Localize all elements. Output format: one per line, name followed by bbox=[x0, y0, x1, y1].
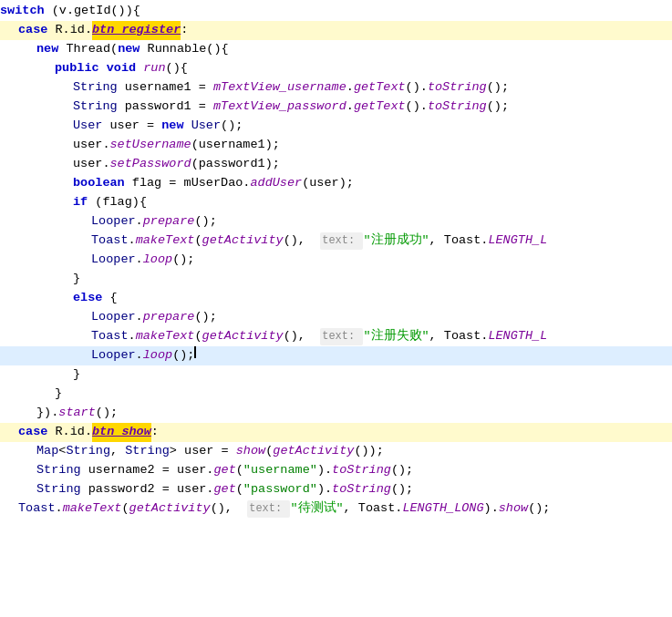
token-normal: ). bbox=[317, 461, 332, 480]
token-normal: (); bbox=[221, 117, 243, 136]
token-type: String bbox=[66, 442, 110, 461]
token-method: loop bbox=[143, 346, 172, 365]
token-normal: . bbox=[346, 78, 354, 98]
token-method: mTextView_username bbox=[213, 78, 346, 98]
token-normal: R.id. bbox=[47, 21, 92, 40]
token-kw: if bbox=[73, 193, 88, 212]
token-normal: . bbox=[136, 212, 143, 231]
code-line-8: user.setUsername(username1); bbox=[0, 136, 672, 155]
token-normal: (); bbox=[487, 98, 509, 117]
token-normal: R.id. bbox=[47, 423, 92, 442]
token-normal: (); bbox=[528, 499, 550, 519]
token-normal: (). bbox=[406, 98, 428, 117]
token-normal: } bbox=[73, 270, 80, 289]
token-normal: (); bbox=[391, 480, 413, 499]
token-string-cn: "待测试" bbox=[290, 499, 343, 519]
token-method: prepare bbox=[143, 308, 195, 327]
token-normal: ( bbox=[236, 480, 243, 499]
token-kw: else bbox=[73, 289, 102, 308]
token-normal bbox=[184, 117, 191, 136]
token-method: addUser bbox=[250, 174, 302, 193]
text-cursor bbox=[194, 346, 196, 358]
token-method: LENGTH_LONG bbox=[402, 499, 483, 519]
token-type: String bbox=[73, 98, 118, 117]
code-line-5: String username1 = mTextView_username.ge… bbox=[0, 78, 672, 98]
token-normal: (); bbox=[194, 308, 216, 327]
token-normal: : bbox=[151, 423, 159, 442]
token-normal: user = bbox=[102, 117, 161, 136]
token-method: LENGTH_L bbox=[488, 231, 547, 251]
token-method: toString bbox=[428, 98, 487, 117]
token-method: makeText bbox=[63, 499, 122, 519]
token-normal: ). bbox=[484, 499, 499, 519]
token-method: getActivity bbox=[129, 499, 211, 519]
code-line-15: } bbox=[0, 270, 672, 289]
token-type: Looper bbox=[91, 308, 136, 327]
token-normal: flag = mUserDao. bbox=[125, 174, 251, 193]
token-normal: password2 = user. bbox=[81, 480, 214, 499]
token-normal: . bbox=[136, 346, 143, 365]
token-method: get bbox=[213, 461, 235, 480]
token-type: String bbox=[36, 480, 81, 499]
token-method: toString bbox=[332, 461, 391, 480]
token-method: LENGTH_L bbox=[488, 327, 547, 346]
code-line-9: user.setPassword(password1); bbox=[0, 155, 672, 174]
token-param-label: text: bbox=[320, 232, 363, 250]
token-string-cn: "注册成功" bbox=[363, 231, 429, 251]
token-method: getActivity bbox=[202, 327, 284, 346]
code-line-14: Looper.loop(); bbox=[0, 251, 672, 270]
token-normal: (). bbox=[406, 78, 428, 98]
token-normal: (); bbox=[96, 404, 118, 423]
token-normal: ( bbox=[194, 231, 202, 251]
token-kw: switch bbox=[0, 2, 45, 21]
token-kw: boolean bbox=[73, 174, 125, 193]
token-normal bbox=[99, 59, 107, 78]
token-normal: < bbox=[58, 442, 66, 461]
token-kw: new bbox=[118, 40, 140, 59]
token-type: Looper bbox=[91, 251, 136, 270]
token-method: show bbox=[499, 499, 528, 519]
token-normal: ( bbox=[194, 327, 202, 346]
code-line-13: Toast.makeText(getActivity(), text: "注册成… bbox=[0, 231, 672, 251]
code-line-18: Toast.makeText(getActivity(), text: "注册失… bbox=[0, 327, 672, 346]
token-normal: password1 = bbox=[118, 98, 213, 117]
code-line-19: Looper.loop(); bbox=[0, 346, 672, 365]
token-string: "password" bbox=[243, 480, 317, 499]
token-normal: : bbox=[181, 21, 188, 40]
code-line-21: } bbox=[0, 385, 672, 404]
token-method: getActivity bbox=[273, 442, 354, 461]
token-type: Map bbox=[36, 442, 58, 461]
token-type: String bbox=[73, 78, 118, 98]
code-line-26: String password2 = user.get("password").… bbox=[0, 480, 672, 499]
token-method: makeText bbox=[136, 327, 195, 346]
token-normal: (); bbox=[172, 251, 194, 270]
token-kw: new bbox=[161, 117, 183, 136]
code-line-17: Looper.prepare(); bbox=[0, 308, 672, 327]
token-param-label: text: bbox=[320, 328, 363, 345]
token-type: Toast bbox=[91, 327, 129, 346]
token-normal: (){ bbox=[166, 59, 188, 78]
token-kw: new bbox=[36, 40, 58, 59]
token-type: String bbox=[36, 461, 81, 480]
token-normal: (); bbox=[487, 78, 509, 98]
token-type: Toast bbox=[18, 499, 56, 519]
token-normal: username1 = bbox=[118, 78, 213, 98]
token-highlight-id-bg: btn_register bbox=[92, 21, 181, 40]
token-method: get bbox=[213, 480, 235, 499]
token-method: toString bbox=[428, 78, 487, 98]
token-type: Toast bbox=[91, 231, 129, 251]
token-normal: . bbox=[136, 251, 143, 270]
token-normal: Runnable(){ bbox=[140, 40, 228, 59]
token-method: toString bbox=[332, 480, 391, 499]
token-normal: { bbox=[102, 289, 117, 308]
code-line-6: String password1 = mTextView_password.ge… bbox=[0, 98, 672, 117]
token-normal: ( bbox=[265, 442, 273, 461]
token-normal: ()); bbox=[354, 442, 383, 461]
token-normal: ( bbox=[236, 461, 243, 480]
token-normal: . bbox=[346, 98, 354, 117]
token-normal: , bbox=[110, 442, 125, 461]
token-type: String bbox=[125, 442, 170, 461]
token-normal: (), bbox=[284, 231, 321, 251]
code-line-12: Looper.prepare(); bbox=[0, 212, 672, 231]
code-line-4: public void run(){ bbox=[0, 59, 672, 78]
